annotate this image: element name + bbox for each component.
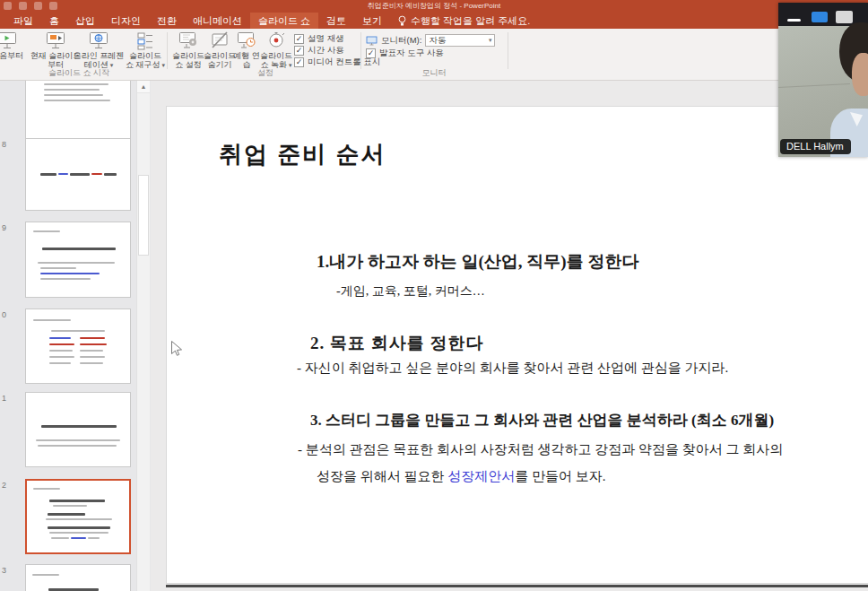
text-line-placeholder bbox=[41, 425, 117, 428]
monitor-select[interactable]: 자동 ▾ bbox=[425, 34, 495, 47]
btn-label: 슬라이드 쇼 재구성 bbox=[126, 51, 165, 70]
text-line-placeholder bbox=[80, 343, 107, 345]
btn-label: 슬라이드 쇼 설정 bbox=[170, 51, 206, 70]
slide-section-2-heading[interactable]: 2. 목표 회사를 정한다 bbox=[310, 332, 484, 355]
group-label-monitor: 모니터 bbox=[422, 67, 447, 79]
btn-from-beginning[interactable]: 처음부터 bbox=[0, 30, 29, 77]
btn-hide-slide[interactable]: 슬라이드 숨기기 bbox=[203, 30, 237, 77]
text-line-placeholder bbox=[104, 173, 117, 176]
text-line-placeholder bbox=[70, 173, 90, 176]
btn-custom-slideshow[interactable]: 슬라이드 쇼 재구성 bbox=[126, 30, 165, 77]
window-title: 취업준비자 예비창업의 정석 - PowerPoint bbox=[0, 1, 868, 11]
tab-view[interactable]: 보기 bbox=[354, 13, 390, 29]
slide-section-2-sub[interactable]: - 자신이 취업하고 싶은 분야의 회사를 찾아서 관련 산업에 관심을 가지라… bbox=[297, 360, 728, 377]
chevron-down-icon: ▾ bbox=[489, 37, 492, 44]
tab-insert[interactable]: 삽입 bbox=[67, 13, 103, 29]
tab-animations[interactable]: 애니메이션 bbox=[185, 13, 250, 29]
text-line-placeholder bbox=[51, 537, 69, 539]
text-line-placeholder bbox=[40, 278, 91, 280]
webcam-window[interactable]: DELL Hallym bbox=[778, 3, 868, 157]
text-line-placeholder bbox=[88, 537, 100, 539]
tab-review[interactable]: 검토 bbox=[318, 13, 354, 29]
text-line-placeholder bbox=[49, 337, 71, 339]
minimize-icon[interactable] bbox=[787, 19, 801, 22]
text-line-placeholder bbox=[49, 356, 74, 358]
text-line-placeholder bbox=[40, 273, 100, 274]
thumbnail-slide-8[interactable] bbox=[25, 138, 131, 211]
person-face bbox=[852, 53, 868, 96]
text-line-placeholder bbox=[51, 330, 105, 332]
text-line-placeholder bbox=[44, 100, 110, 101]
group-separator bbox=[508, 32, 508, 69]
checkbox-presenter-view[interactable]: 발표자 도구 사용 bbox=[366, 48, 495, 59]
text-line-placeholder bbox=[49, 500, 105, 502]
checkbox-icon bbox=[294, 46, 304, 56]
titlebar: 취업준비자 예비창업의 정석 - PowerPoint bbox=[0, 0, 868, 13]
group-separator bbox=[167, 32, 168, 69]
growth-proposal-link[interactable]: 성장제안서 bbox=[447, 469, 515, 483]
thumbnail-slide-7[interactable] bbox=[25, 81, 131, 141]
webcam-video-feed: DELL Hallym bbox=[778, 26, 868, 157]
wall-line bbox=[778, 83, 850, 88]
tab-slideshow[interactable]: 슬라이드 쇼 bbox=[250, 13, 318, 29]
scrollbar-thumb[interactable] bbox=[138, 175, 149, 256]
slide-section-1-sub[interactable]: -게임, 교육, 포털, 커머스… bbox=[336, 283, 485, 300]
slide-title[interactable]: 취업 준비 순서 bbox=[219, 139, 386, 170]
monitor-group: 모니터(M): 자동 ▾ 발표자 도구 사용 bbox=[366, 33, 495, 59]
text-line-placeholder bbox=[40, 173, 56, 176]
btn-setup-slideshow[interactable]: 슬라이드 쇼 설정 bbox=[170, 30, 206, 77]
text-line-placeholder bbox=[33, 488, 60, 490]
slide-section-1-heading[interactable]: 1.내가 하고자 하는 일(산업, 직무)를 정한다 bbox=[317, 250, 638, 274]
monitor-label: 모니터(M): bbox=[381, 35, 421, 47]
slide-canvas[interactable]: 취업 준비 순서 1.내가 하고자 하는 일(산업, 직무)를 정한다 -게임,… bbox=[166, 106, 868, 584]
slide-section-3-heading[interactable]: 3. 스터디 그룹을 만들고 그 회사와 관련 산업을 분석하라 (최소 6개월… bbox=[310, 410, 774, 430]
tab-transitions[interactable]: 전환 bbox=[149, 13, 185, 29]
text-line-placeholder bbox=[80, 350, 103, 352]
thumbnail-slide-9[interactable] bbox=[25, 222, 131, 298]
tell-me-box[interactable]: 수행할 작업을 알려 주세요. bbox=[390, 13, 537, 29]
checkbox-icon bbox=[294, 34, 304, 44]
text-line-placeholder bbox=[71, 537, 86, 539]
thumbnail-scrollbar[interactable]: ▲ bbox=[136, 81, 150, 591]
thumbnail-slide-10[interactable] bbox=[25, 309, 131, 384]
slide-number: 0 bbox=[2, 310, 6, 319]
monitor-select-value: 자동 bbox=[429, 35, 446, 47]
thumbnail-slide-11[interactable] bbox=[25, 392, 131, 467]
slide-number: 9 bbox=[2, 223, 6, 232]
thumbnail-slide-12-selected[interactable] bbox=[25, 479, 131, 554]
online-presentation-icon bbox=[88, 30, 109, 50]
text-line-placeholder bbox=[49, 362, 71, 364]
slide-section-3-sub[interactable]: - 분석의 관점은 목표한 회사의 사장처럼 생각하고 강점과 약점을 찾아서 … bbox=[298, 441, 783, 458]
tab-home[interactable]: 홈 bbox=[41, 13, 67, 29]
group-separator bbox=[360, 32, 361, 69]
tab-file[interactable]: 파일 bbox=[5, 13, 41, 29]
text-line-placeholder bbox=[49, 343, 74, 345]
text-line-placeholder bbox=[80, 356, 105, 358]
slide-number: 2 bbox=[2, 481, 6, 490]
btn-rehearse-timings[interactable]: 예행 연습 bbox=[233, 30, 260, 77]
checkbox-icon bbox=[294, 57, 304, 67]
text-line-placeholder bbox=[48, 513, 85, 516]
text-line-placeholder bbox=[38, 262, 115, 264]
slide-number: 1 bbox=[2, 394, 6, 403]
thumbnail-slide-13[interactable] bbox=[25, 564, 131, 591]
tell-me-label: 수행할 작업을 알려 주세요. bbox=[411, 14, 530, 28]
text-line-placeholder bbox=[44, 83, 108, 85]
checkbox-label: 시간 사용 bbox=[308, 45, 344, 56]
text-line-placeholder bbox=[33, 319, 71, 321]
monitor-slide-icon bbox=[45, 30, 66, 50]
text-line-placeholder bbox=[46, 518, 112, 520]
group-label-setup: 설정 bbox=[257, 67, 273, 79]
monitor-play-icon bbox=[0, 30, 18, 50]
slide-section-3-sub2[interactable]: 성장을 위해서 필요한 성장제안서를 만들어 보자. bbox=[317, 468, 606, 485]
ribbon: 처음부터 현재 슬라이드부터 온라인 프레젠테이션 슬라이드 쇼 재구성 bbox=[0, 29, 868, 81]
slide-thumbnail-panel: 8 9 0 1 2 bbox=[0, 81, 151, 591]
mouse-cursor bbox=[170, 340, 183, 357]
video-toggle-icon[interactable] bbox=[812, 12, 828, 22]
tab-design[interactable]: 디자인 bbox=[103, 13, 149, 29]
sub2-post-text: 를 만들어 보자. bbox=[515, 469, 605, 483]
text-line-placeholder bbox=[49, 532, 108, 534]
scroll-up-arrow[interactable]: ▲ bbox=[137, 81, 150, 93]
maximize-icon[interactable] bbox=[836, 11, 853, 23]
text-line-placeholder bbox=[44, 89, 100, 91]
